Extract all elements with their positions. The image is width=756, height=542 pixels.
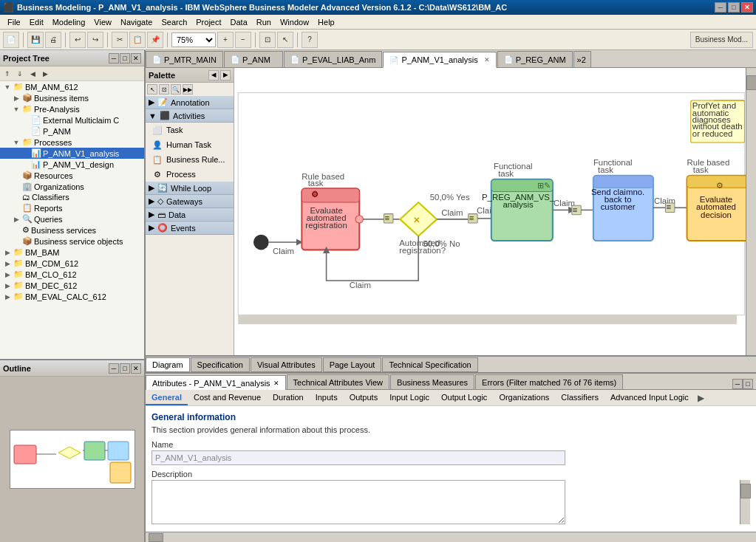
print-button[interactable]: 🖨 [45,32,61,48]
menu-item-navigate[interactable]: Navigate [116,16,157,28]
zoom-dropdown[interactable]: 75% 100% 50% [171,32,216,47]
content-tab-input-logic[interactable]: Input Logic [384,391,435,405]
palette-group-data[interactable]: ▶ 🗃 Data [146,208,234,222]
menu-item-view[interactable]: View [89,16,116,28]
zoom-in-button[interactable]: + [217,32,234,48]
canvas-tab-page-layout[interactable]: Page Layout [323,357,382,372]
palette-group-gateways[interactable]: ▶ ◇ Gateways [146,195,234,208]
palette-group-annotation[interactable]: ▶ 📝 Annotation [146,96,234,109]
expand-bm-eval[interactable]: ▶ [3,292,12,301]
palette-group-activities[interactable]: ▼ ⬛ Activities [146,109,234,123]
content-tab-output-logic[interactable]: Output Logic [435,391,493,405]
content-tab-cost[interactable]: Cost and Revenue [188,391,267,405]
attr-tab-attributes-close[interactable]: ✕ [273,380,279,387]
palette-item-task[interactable]: ⬜ Task [146,123,234,137]
close-button[interactable]: ✕ [741,2,753,13]
new-button[interactable]: 📄 [3,32,19,48]
content-tab-general[interactable]: General [146,391,188,405]
attr-tab-attributes[interactable]: Attributes - P_ANM_V1_analysis ✕ [146,375,286,390]
palette-item-human-task[interactable]: 👤 Human Task [146,137,234,152]
undo-button[interactable]: ↩ [69,32,86,48]
menu-item-search[interactable]: Search [157,16,191,28]
maximize-button[interactable]: □ [728,2,740,13]
tab-close-p-anm-v1[interactable]: ✕ [484,56,490,64]
tab-p-anm[interactable]: 📄 P_ANM [224,51,283,67]
tree-item-bm-dec[interactable]: ▶ 📁 BM_DEC_612 [0,280,144,291]
menu-item-data[interactable]: Data [226,16,252,28]
tree-collapse-all[interactable]: ⇑ [1,68,13,80]
attr-tab-business-measures[interactable]: Business Measures [390,374,474,389]
help-button[interactable]: ? [302,32,318,48]
palette-select-tool[interactable]: ↖ [147,84,157,95]
diagram-canvas[interactable]: Claim Rule based task ⚙ Evaluate automat… [234,68,756,355]
tree-item-bm-eval-calc[interactable]: ▶ 📁 BM_EVAL_CALC_612 [0,291,144,302]
project-tree-minimize[interactable]: ─ [109,53,119,64]
content-tabs-scroll-right[interactable]: ▶ [695,393,707,403]
tree-item-bm-clo[interactable]: ▶ 📁 BM_CLO_612 [0,269,144,280]
tab-p-anm-v1-analysis[interactable]: 📄 P_ANM_V1_analysis ✕ [383,52,496,68]
content-tab-duration[interactable]: Duration [267,391,310,405]
menu-item-window[interactable]: Window [276,16,313,28]
tree-item-business-services[interactable]: ⚙ Business services [0,224,144,236]
canvas-tab-technical-specification[interactable]: Technical Specification [382,357,477,372]
minimize-button[interactable]: ─ [715,2,726,13]
palette-marquee-tool[interactable]: ⊡ [159,84,169,95]
expand-bm-cdm[interactable]: ▶ [3,259,12,268]
tree-item-p-anm-v1-design[interactable]: 📊 P_ANM_V1_design [0,159,144,170]
canvas-tab-visual-attributes[interactable]: Visual Attributes [251,357,322,372]
tree-item-p-anm-v1-analysis[interactable]: 📊 P_ANM_V1_analysis [0,148,144,159]
palette-item-business-rule[interactable]: 📋 Business Rule... [146,152,234,167]
outline-minimize[interactable]: ─ [109,363,119,374]
tree-item-business-service-objects[interactable]: 📦 Business service objects [0,236,144,247]
outline-close[interactable]: ✕ [131,363,141,374]
menu-item-help[interactable]: Help [313,16,339,28]
expand-processes[interactable]: ▼ [12,138,21,147]
menu-item-edit[interactable]: Edit [25,16,48,28]
fit-button[interactable]: ⊡ [259,32,276,48]
menu-item-run[interactable]: Run [252,16,276,28]
tree-back[interactable]: ◀ [27,68,38,80]
bottom-scrollbar[interactable] [146,532,756,542]
expand-pre-analysis[interactable]: ▼ [12,105,21,114]
field-input-name[interactable] [151,450,565,465]
tree-item-queries[interactable]: ▶ 🔍 Queries [0,213,144,224]
expand-queries[interactable]: ▶ [12,215,21,224]
paste-button[interactable]: 📌 [147,32,163,48]
tree-item-resources[interactable]: 📦 Resources [0,170,144,181]
tree-forward[interactable]: ▶ [39,68,51,80]
canvas-tab-specification[interactable]: Specification [191,357,250,372]
tree-item-p-anm[interactable]: 📄 P_ANM [0,126,144,137]
palette-back[interactable]: ◀ [208,70,219,80]
expand-bm-bam[interactable]: ▶ [3,248,12,257]
palette-item-process[interactable]: ⚙ Process [146,167,234,182]
palette-group-while-loop[interactable]: ▶ 🔄 While Loop [146,182,234,195]
attr-tab-technical[interactable]: Technical Attributes View [287,374,389,389]
tab-more[interactable]: »2 [573,51,591,67]
tab-p-mtr-main[interactable]: 📄 P_MTR_MAIN [146,51,223,67]
bottom-panel-minimize[interactable]: ─ [732,379,743,389]
field-textarea-description[interactable] [151,480,565,524]
expand-business-items[interactable]: ▶ [12,94,21,103]
expand-bm-anm[interactable]: ▼ [3,83,12,92]
content-tab-inputs[interactable]: Inputs [310,391,344,405]
tree-item-bm-bam[interactable]: ▶ 📁 BM_BAM [0,247,144,258]
tree-item-pre-analysis[interactable]: ▼ 📁 Pre-Analysis [0,103,144,114]
bottom-panel-maximize[interactable]: □ [743,379,753,389]
tree-item-business-items[interactable]: ▶ 📦 Business items [0,92,144,103]
palette-forward[interactable]: ▶ [220,70,231,80]
content-tab-organizations[interactable]: Organizations [493,391,555,405]
expand-bm-dec[interactable]: ▶ [3,281,12,290]
tree-content[interactable]: ▼ 📁 BM_ANM_612 ▶ 📦 Business items ▼ 📁 Pr… [0,81,144,360]
palette-zoom-tool[interactable]: 🔍 [171,84,181,95]
tree-item-bm-cdm[interactable]: ▶ 📁 BM_CDM_612 [0,258,144,269]
save-button[interactable]: 💾 [27,32,44,48]
tree-item-processes[interactable]: ▼ 📁 Processes [0,137,144,148]
project-tree-maximize[interactable]: □ [120,53,130,64]
content-tab-advanced-input[interactable]: Advanced Input Logic [605,391,695,405]
tree-item-bm-anm[interactable]: ▼ 📁 BM_ANM_612 [0,81,144,92]
select-button[interactable]: ↖ [277,32,293,48]
tree-item-external-multiclaim[interactable]: 📄 External Multiclaim C [0,114,144,126]
menu-item-file[interactable]: File [3,16,25,28]
tree-item-classifiers[interactable]: 🗂 Classifiers [0,192,144,202]
copy-button[interactable]: 📋 [129,32,146,48]
